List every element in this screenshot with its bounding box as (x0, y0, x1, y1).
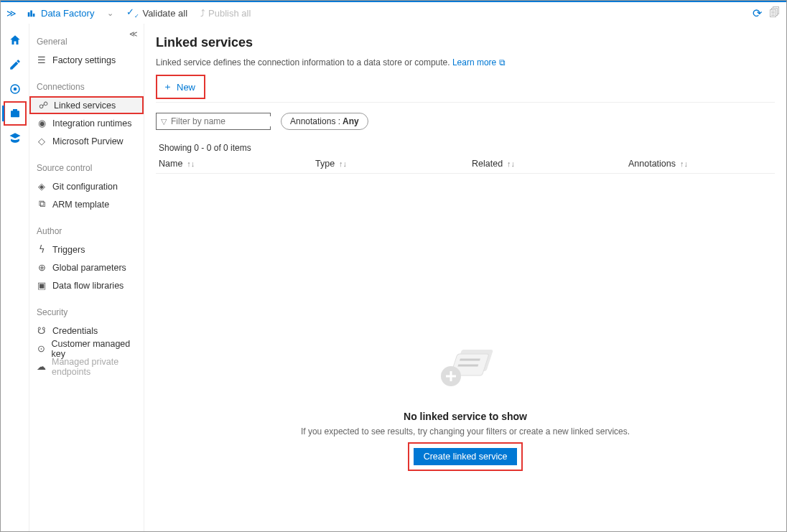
nav-learn[interactable] (4, 126, 27, 150)
sidebar-item-credentials[interactable]: ☋Credentials (29, 322, 144, 340)
result-count: Showing 0 - 0 of 0 items (159, 143, 775, 153)
label: Triggers (52, 245, 85, 255)
notifications-icon[interactable]: 🗐 (769, 6, 781, 19)
plus-icon: ＋ (163, 80, 172, 93)
label: Global parameters (52, 263, 126, 273)
ann-label: Annotations : (290, 116, 340, 126)
sidebar-item-triggers[interactable]: ϟTriggers (29, 241, 144, 258)
sidebar-item-factory-settings[interactable]: ☰Factory settings (29, 51, 144, 69)
trigger-icon: ϟ (37, 244, 47, 255)
sort-icon: ↑↓ (339, 159, 347, 168)
create-linked-service-button[interactable]: Create linked service (414, 448, 518, 465)
left-nav-rail (1, 24, 29, 531)
sidebar-item-integration-runtimes[interactable]: ◉Integration runtimes (29, 114, 144, 132)
template-icon: ⧉ (37, 199, 47, 210)
credentials-icon: ☋ (37, 325, 47, 336)
publish-all-button[interactable]: ⤴ Publish all (200, 8, 251, 19)
sort-icon: ↑↓ (507, 159, 515, 168)
runtime-icon: ◉ (37, 118, 47, 129)
sidebar-item-mpe[interactable]: ☁Managed private endpoints (29, 358, 144, 375)
manage-sidebar: ≪ General ☰Factory settings Connections … (29, 24, 144, 531)
check-icon: ✓✓ (126, 6, 139, 19)
nav-monitor[interactable] (4, 77, 27, 101)
section-security: Security (29, 294, 144, 322)
filter-row: ▽ Annotations : Any (156, 113, 775, 130)
collapse-sidebar-icon[interactable]: ≪ (129, 29, 138, 39)
new-linked-service-button[interactable]: ＋ New (157, 76, 204, 98)
new-label: New (177, 82, 195, 93)
empty-state-illustration (433, 346, 498, 396)
sidebar-item-global-params[interactable]: ⊕Global parameters (29, 258, 144, 276)
main-content: Linked services Linked service defines t… (144, 24, 786, 531)
chevron-down-icon: ⌄ (107, 9, 113, 18)
label: Linked services (54, 101, 116, 111)
empty-state: No linked service to show If you expecte… (156, 346, 775, 471)
filter-input-wrap: ▽ (156, 113, 271, 130)
label: Factory settings (52, 55, 116, 65)
col-annotations[interactable]: Annotations↑↓ (628, 159, 772, 169)
page-title: Linked services (156, 35, 775, 50)
purview-icon: ◇ (37, 136, 47, 146)
annotations-filter[interactable]: Annotations : Any (281, 113, 368, 130)
section-connections: Connections (29, 69, 144, 96)
svg-rect-5 (11, 111, 19, 117)
library-icon: ▣ (37, 280, 47, 291)
col-name[interactable]: Name↑↓ (159, 159, 315, 169)
refresh-icon[interactable]: ⟳ (753, 6, 762, 20)
filter-by-name-input[interactable] (171, 116, 279, 126)
section-author: Author (29, 213, 144, 241)
divider (156, 102, 775, 103)
section-source-control: Source control (29, 150, 144, 177)
section-general: General (29, 24, 144, 51)
workspace-selector[interactable]: Data Factory ⌄ (27, 8, 113, 19)
sidebar-item-dataflow[interactable]: ▣Data flow libraries (29, 276, 144, 294)
sidebar-item-linked-services[interactable]: ☍Linked services (29, 96, 144, 114)
upload-icon: ⤴ (200, 8, 205, 19)
label: Microsoft Purview (52, 136, 124, 146)
sort-icon: ↑↓ (187, 159, 195, 168)
nav-manage[interactable] (4, 101, 27, 126)
label: Integration runtimes (52, 118, 131, 129)
validate-all-button[interactable]: ✓✓ Validate all (126, 6, 187, 19)
svg-rect-2 (33, 14, 35, 17)
validate-all-label: Validate all (142, 8, 187, 19)
factory-icon (27, 8, 37, 18)
learn-label: Learn more (452, 57, 496, 67)
table-header: Name↑↓ Type↑↓ Related↑↓ Annotations↑↓ (156, 159, 775, 174)
top-toolbar: ≫ Data Factory ⌄ ✓✓ Validate all ⤴ Publi… (1, 1, 786, 24)
nav-home[interactable] (4, 28, 27, 52)
svg-rect-1 (30, 11, 32, 17)
col-label: Name (159, 159, 182, 169)
sidebar-item-arm[interactable]: ⧉ARM template (29, 195, 144, 213)
learn-more-link[interactable]: Learn more ⧉ (452, 57, 506, 67)
publish-all-label: Publish all (208, 8, 251, 19)
col-type[interactable]: Type↑↓ (315, 159, 472, 169)
sidebar-item-git[interactable]: ◈Git configuration (29, 177, 144, 195)
svg-point-4 (13, 88, 17, 91)
col-label: Related (472, 159, 503, 169)
page-description: Linked service defines the connection in… (156, 57, 775, 67)
empty-title: No linked service to show (404, 411, 527, 422)
col-label: Type (315, 159, 335, 169)
git-icon: ◈ (37, 181, 47, 192)
sidebar-item-purview[interactable]: ◇Microsoft Purview (29, 132, 144, 150)
sidebar-item-cmk[interactable]: ⊙Customer managed key (29, 340, 144, 358)
desc-text: Linked service defines the connection in… (156, 57, 452, 67)
label: Customer managed key (52, 339, 137, 359)
col-related[interactable]: Related↑↓ (472, 159, 628, 169)
label: Git configuration (52, 182, 118, 192)
filter-icon: ▽ (161, 117, 167, 126)
empty-subtitle: If you expected to see results, try chan… (301, 426, 630, 437)
nav-author[interactable] (4, 52, 27, 77)
svg-rect-0 (28, 12, 30, 17)
external-link-icon: ⧉ (499, 57, 506, 67)
label: ARM template (52, 200, 109, 210)
cloud-icon: ☁ (37, 361, 46, 372)
expand-icon[interactable]: ≫ (6, 8, 17, 19)
label: Managed private endpoints (52, 357, 136, 377)
label: Data flow libraries (52, 281, 124, 291)
settings-icon: ☰ (37, 55, 47, 65)
svg-rect-6 (13, 109, 17, 111)
globe-icon: ⊕ (37, 262, 47, 273)
sort-icon: ↑↓ (680, 159, 688, 168)
